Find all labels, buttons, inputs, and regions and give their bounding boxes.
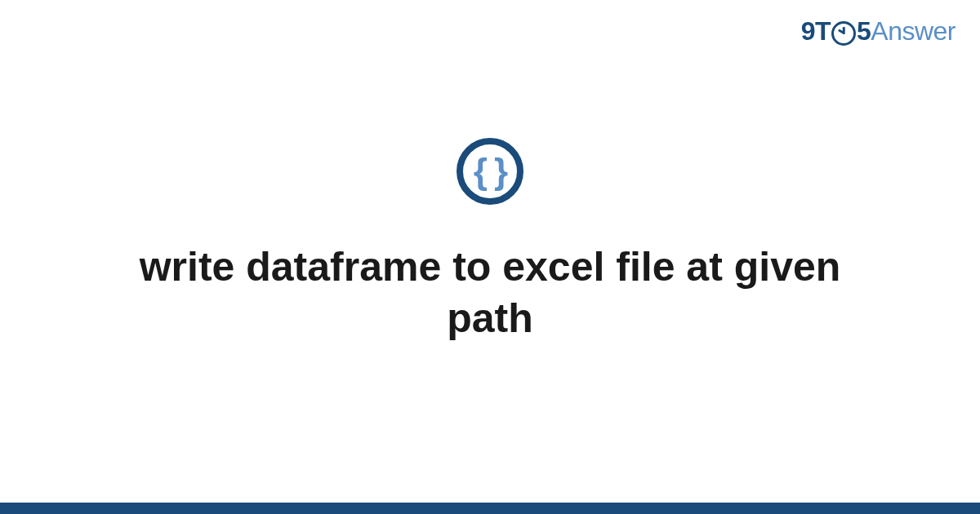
code-braces-icon: { } bbox=[457, 138, 523, 205]
main-content: { } write dataframe to excel file at giv… bbox=[0, 0, 980, 514]
braces-glyph: { } bbox=[474, 153, 506, 189]
page-title: write dataframe to excel file at given p… bbox=[122, 241, 858, 343]
footer-accent-bar bbox=[0, 503, 980, 514]
